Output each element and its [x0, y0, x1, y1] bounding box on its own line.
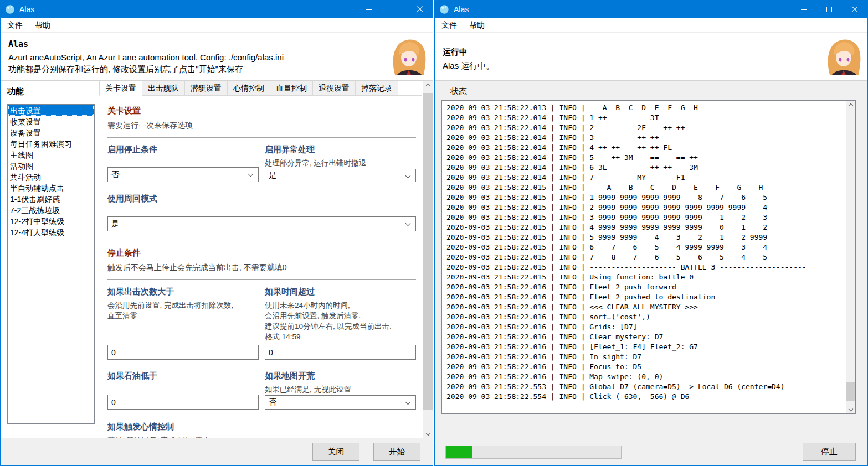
- settings-form: 关卡设置 需要运行一次来保存选项 启用停止条件 否 启用异常处理 处理部分异常,…: [99, 96, 422, 438]
- function-list: 出击设置收菜设置设备设置每日任务困难演习主线图活动图共斗活动半自动辅助点击1-1…: [7, 104, 95, 424]
- maximize-icon: [392, 7, 397, 12]
- scrollbar-thumb[interactable]: [423, 93, 433, 410]
- close-icon: [417, 6, 423, 13]
- field-desc-if-count: 会沿用先前设置, 完成出击将扣除次数, 直至清零: [107, 301, 259, 322]
- enable-exception-select[interactable]: 是: [265, 169, 416, 182]
- field-desc-enable-exception: 处理部分异常, 运行出错时撤退: [265, 158, 416, 169]
- run-status-text: Alas 运行中。: [443, 61, 867, 71]
- tab[interactable]: 出击舰队: [142, 81, 185, 95]
- tab-strip: 关卡设置出击舰队潜艇设置心情控制血量控制退役设置掉落记录: [99, 81, 422, 96]
- log-line: 2020-09-03 21:58:22.015 | INFO | 7 8 7 6…: [446, 252, 843, 262]
- title-bar: Alas: [1, 1, 433, 18]
- stop-button[interactable]: 停止: [803, 443, 856, 461]
- avatar: [391, 38, 427, 75]
- close-window-button[interactable]: 关闭: [312, 443, 359, 461]
- right-footer: 停止: [435, 438, 867, 465]
- log-line: 2020-09-03 21:58:22.014 | INFO | 7 -- --…: [446, 173, 843, 183]
- maximize-button[interactable]: [382, 1, 407, 18]
- field-label-if-time: 如果时间超过: [265, 287, 416, 297]
- chevron-down-icon: [405, 173, 411, 178]
- if-map-value: 否: [269, 397, 276, 407]
- sidebar-item[interactable]: 收菜设置: [8, 116, 94, 127]
- log-line: 2020-09-03 21:58:22.016 | INFO | Grids: …: [446, 322, 843, 332]
- log-line: 2020-09-03 21:58:22.553 | INFO | Global …: [446, 382, 843, 392]
- log-line: 2020-09-03 21:58:22.015 | INFO | A B C D…: [446, 183, 843, 193]
- tab[interactable]: 血量控制: [270, 81, 313, 95]
- chevron-down-icon: [405, 399, 411, 405]
- enable-exception-value: 是: [269, 170, 276, 180]
- chevron-down-icon: [248, 172, 254, 177]
- field-desc-if-emotion: 若是, 等待回复, 完成本次, 停止: [107, 436, 416, 438]
- content-scrollbar[interactable]: [423, 81, 433, 438]
- menu-file[interactable]: 文件: [7, 20, 23, 30]
- loop-mode-value: 是: [111, 219, 119, 229]
- menu-bar: 文件 帮助: [1, 18, 433, 33]
- progress-fill: [446, 446, 472, 458]
- log-line: 2020-09-03 21:58:22.016 | INFO | In sigh…: [446, 352, 843, 362]
- tab[interactable]: 潜艇设置: [185, 81, 228, 95]
- log-line: 2020-09-03 21:58:22.014 | INFO | 3 -- --…: [446, 133, 843, 143]
- sidebar-item[interactable]: 12-2打中型练级: [8, 216, 94, 227]
- sidebar-item[interactable]: 出击设置: [8, 105, 94, 116]
- maximize-button[interactable]: [816, 1, 842, 18]
- log-scrollbar[interactable]: [846, 101, 855, 413]
- sidebar-item[interactable]: 共斗活动: [8, 172, 94, 183]
- scroll-down-arrow[interactable]: [846, 404, 855, 413]
- minimize-button[interactable]: [791, 1, 816, 18]
- if-count-input[interactable]: [107, 345, 259, 360]
- tab[interactable]: 心情控制: [228, 81, 270, 95]
- title-bar: Alas: [435, 1, 867, 18]
- loop-mode-select[interactable]: 是: [107, 216, 416, 231]
- maximize-icon: [826, 7, 832, 12]
- enable-stop-select[interactable]: 否: [107, 167, 259, 182]
- app-header: Alas AzurLaneAutoScript, An Azur Lane au…: [1, 33, 433, 81]
- tab[interactable]: 退役设置: [313, 81, 356, 95]
- minimize-icon: [801, 9, 807, 10]
- app-name: Alas: [8, 39, 433, 49]
- if-time-input[interactable]: [265, 345, 416, 360]
- scrollbar-thumb[interactable]: [846, 382, 855, 401]
- scroll-down-arrow[interactable]: [423, 428, 433, 438]
- scroll-up-arrow[interactable]: [846, 101, 855, 110]
- tab[interactable]: 关卡设置: [99, 81, 142, 96]
- sidebar-item[interactable]: 主线图: [8, 149, 94, 160]
- if-oil-input[interactable]: [107, 395, 259, 410]
- chevron-down-icon: [405, 221, 411, 226]
- log-line: 2020-09-03 21:58:22.014 | INFO | 6 3L --…: [446, 163, 843, 173]
- log-line: 2020-09-03 21:58:22.016 | INFO | [Fleet_…: [446, 342, 843, 352]
- field-desc-if-time: 使用未来24小时内的时间, 会沿用先前设置, 触发后清零. 建议提前10分钟左右…: [265, 301, 416, 343]
- sidebar-item[interactable]: 7-2三战拣垃圾: [8, 205, 94, 216]
- menu-help[interactable]: 帮助: [35, 20, 50, 30]
- close-icon: [851, 6, 858, 13]
- close-button[interactable]: [842, 1, 867, 18]
- scroll-up-arrow[interactable]: [423, 81, 433, 90]
- field-desc-if-map: 如果已经满足, 无视此设置: [265, 385, 416, 395]
- log-line: 2020-09-03 21:58:22.016 | INFO | Focus t…: [446, 362, 843, 372]
- sidebar-item[interactable]: 1-1伏击刷好感: [8, 194, 94, 205]
- divider: [107, 137, 416, 138]
- log-line: 2020-09-03 21:58:22.015 | INFO | 4 9999 …: [446, 222, 843, 232]
- menu-help[interactable]: 帮助: [469, 20, 485, 30]
- menu-file[interactable]: 文件: [441, 20, 457, 30]
- sidebar-item[interactable]: 活动图: [8, 160, 94, 172]
- sidebar-item[interactable]: 设备设置: [8, 127, 94, 138]
- log-line: 2020-09-03 21:58:22.014 | INFO | 2 -- --…: [446, 123, 843, 133]
- runner-window: Alas 文件 帮助 运行中 Alas 运行中。 状态 2020-09-03 2…: [434, 0, 868, 466]
- start-button[interactable]: 开始: [373, 443, 420, 461]
- menu-bar: 文件 帮助: [435, 18, 867, 33]
- sidebar-item[interactable]: 半自动辅助点击: [8, 183, 94, 194]
- sidebar-item[interactable]: 每日任务困难演习: [8, 138, 94, 149]
- if-map-select[interactable]: 否: [265, 395, 416, 410]
- log-line: 2020-09-03 21:58:22.015 | INFO | 6 7 6 5…: [446, 242, 843, 252]
- log-lines: 2020-09-03 21:58:22.013 | INFO | A B C D…: [446, 103, 843, 412]
- alas-logo-icon: [439, 4, 449, 14]
- log-line: 2020-09-03 21:58:22.554 | INFO | Click (…: [446, 392, 843, 402]
- close-button[interactable]: [407, 1, 433, 18]
- app-header: 运行中 Alas 运行中。: [435, 33, 867, 81]
- avatar: [825, 38, 862, 75]
- sidebar-item[interactable]: 12-4打大型练级: [8, 227, 94, 238]
- log-line: 2020-09-03 21:58:22.016 | INFO | Clear m…: [446, 332, 843, 342]
- field-label-if-map: 如果地图开荒: [265, 371, 416, 381]
- tab[interactable]: 掉落记录: [356, 81, 398, 95]
- minimize-button[interactable]: [356, 1, 382, 18]
